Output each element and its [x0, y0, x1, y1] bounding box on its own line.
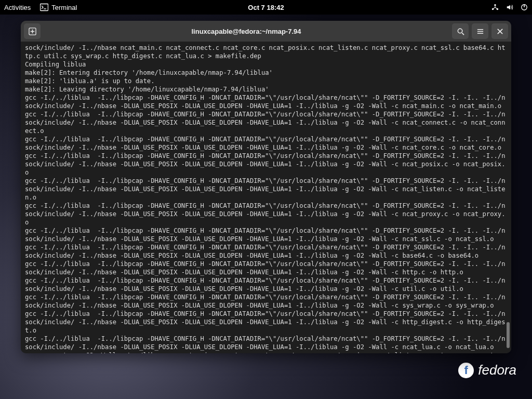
svg-rect-0 [41, 4, 48, 11]
terminal-title: linuxcapable@fedora:~/nmap-7.94 [44, 28, 449, 35]
svg-point-6 [458, 29, 462, 33]
active-app-indicator[interactable]: Terminal [40, 3, 77, 11]
fedora-wordmark: fedora [478, 362, 516, 378]
terminal-output: sock/include/ -I../nbase ncat_main.c nca… [25, 44, 506, 353]
activities-button[interactable]: Activities [4, 4, 31, 11]
active-app-name: Terminal [51, 4, 77, 11]
power-icon[interactable] [521, 4, 528, 11]
terminal-viewport[interactable]: sock/include/ -I../nbase ncat_main.c nca… [21, 42, 511, 353]
scrollbar-thumb[interactable] [507, 322, 510, 348]
gnome-top-bar: Activities Terminal Oct 7 18:42 [0, 0, 532, 15]
hamburger-menu-button[interactable] [472, 23, 488, 39]
svg-point-1 [494, 4, 496, 6]
clock[interactable]: Oct 7 18:42 [248, 4, 284, 11]
new-tab-button[interactable] [24, 23, 41, 39]
fedora-logo-icon: f [458, 363, 474, 378]
terminal-window: linuxcapable@fedora:~/nmap-7.94 sock/inc… [21, 21, 511, 353]
close-window-button[interactable] [491, 23, 508, 39]
search-button[interactable] [452, 23, 469, 39]
fedora-watermark: f fedora [458, 362, 516, 378]
terminal-app-icon [40, 3, 48, 11]
terminal-header-bar: linuxcapable@fedora:~/nmap-7.94 [21, 21, 511, 42]
network-icon[interactable] [491, 4, 499, 11]
volume-icon[interactable] [506, 4, 513, 11]
